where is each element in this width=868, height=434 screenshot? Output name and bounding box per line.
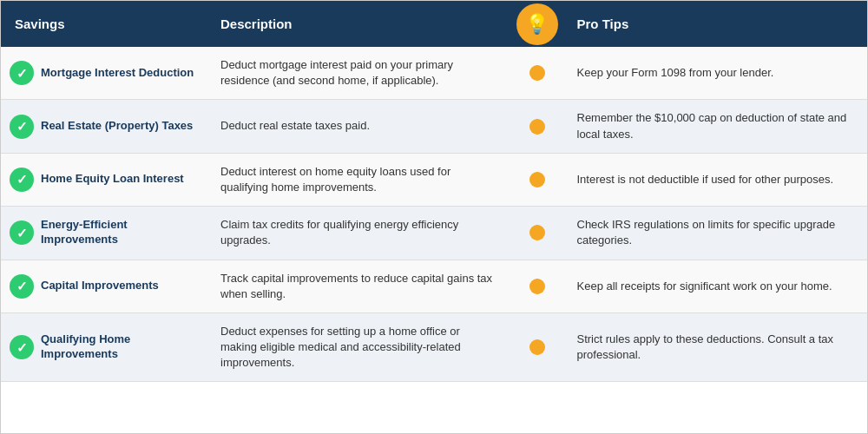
description-cell: Track capital improvements to reduce cap…	[207, 260, 511, 312]
table-row: ✓ Qualifying Home Improvements Deduct ex…	[1, 313, 867, 383]
dot-cell	[511, 65, 563, 81]
dot-cell	[511, 279, 563, 294]
savings-cell: ✓ Home Equity Loan Interest	[1, 157, 207, 202]
dot-cell	[511, 225, 563, 240]
lightbulb-circle: 💡	[516, 3, 558, 45]
protip-cell: Remember the $10,000 cap on deduction of…	[563, 100, 868, 152]
table-body: ✓ Mortgage Interest Deduction Deduct mor…	[1, 47, 867, 382]
table-header: Savings Description 💡 Pro Tips	[1, 1, 867, 47]
checkmark-circle: ✓	[10, 335, 34, 359]
savings-label: Qualifying Home Improvements	[41, 332, 198, 362]
checkmark-icon: ✓	[16, 67, 28, 80]
checkmark-circle: ✓	[10, 274, 34, 299]
protip-cell: Interest is not deductible if used for o…	[563, 161, 868, 198]
protip-cell: Check IRS regulations on limits for spec…	[563, 207, 868, 259]
description-cell: Claim tax credits for qualifying energy …	[207, 207, 511, 259]
savings-label: Home Equity Loan Interest	[41, 172, 184, 187]
savings-cell: ✓ Energy-Efficient Improvements	[1, 207, 207, 258]
savings-cell: ✓ Capital Improvements	[1, 264, 207, 309]
orange-dot	[529, 119, 545, 135]
table-row: ✓ Real Estate (Property) Taxes Deduct re…	[1, 100, 867, 153]
protip-cell: Strict rules apply to these deductions. …	[563, 321, 868, 373]
savings-label: Capital Improvements	[41, 279, 159, 293]
dot-cell	[511, 119, 563, 135]
checkmark-icon: ✓	[16, 120, 28, 133]
checkmark-icon: ✓	[16, 279, 28, 293]
description-cell: Deduct real estate taxes paid.	[207, 108, 511, 144]
savings-label: Mortgage Interest Deduction	[41, 66, 194, 81]
savings-cell: ✓ Qualifying Home Improvements	[1, 322, 207, 372]
checkmark-icon: ✓	[16, 341, 28, 354]
orange-dot	[529, 65, 545, 81]
table-row: ✓ Energy-Efficient Improvements Claim ta…	[1, 207, 867, 260]
savings-label: Real Estate (Property) Taxes	[41, 119, 193, 134]
dot-cell	[511, 339, 563, 355]
dot-cell	[511, 172, 563, 187]
description-cell: Deduct mortgage interest paid on your pr…	[207, 47, 511, 99]
orange-dot	[529, 339, 545, 355]
table-row: ✓ Mortgage Interest Deduction Deduct mor…	[1, 47, 867, 100]
lightbulb-icon: 💡	[525, 13, 549, 36]
table-row: ✓ Home Equity Loan Interest Deduct inter…	[1, 154, 867, 207]
checkmark-circle: ✓	[10, 168, 34, 192]
protip-cell: Keep your Form 1098 from your lender.	[563, 55, 868, 91]
checkmark-circle: ✓	[10, 220, 34, 245]
main-table: Savings Description 💡 Pro Tips ✓ Mortgag…	[0, 0, 868, 434]
checkmark-icon: ✓	[16, 173, 28, 186]
protip-cell: Keep all receipts for significant work o…	[563, 268, 868, 305]
checkmark-circle: ✓	[10, 115, 34, 139]
savings-cell: ✓ Real Estate (Property) Taxes	[1, 104, 207, 149]
header-description: Description	[207, 10, 511, 38]
orange-dot	[529, 279, 545, 294]
description-cell: Deduct interest on home equity loans use…	[207, 154, 511, 206]
checkmark-icon: ✓	[16, 227, 28, 240]
description-cell: Deduct expenses for setting up a home of…	[207, 313, 511, 382]
savings-label: Energy-Efficient Improvements	[41, 218, 198, 247]
orange-dot	[529, 225, 545, 240]
checkmark-circle: ✓	[10, 61, 34, 85]
header-savings: Savings	[1, 10, 207, 38]
orange-dot	[529, 172, 545, 187]
savings-cell: ✓ Mortgage Interest Deduction	[1, 50, 207, 95]
header-protips: Pro Tips	[563, 10, 868, 38]
table-row: ✓ Capital Improvements Track capital imp…	[1, 260, 867, 313]
